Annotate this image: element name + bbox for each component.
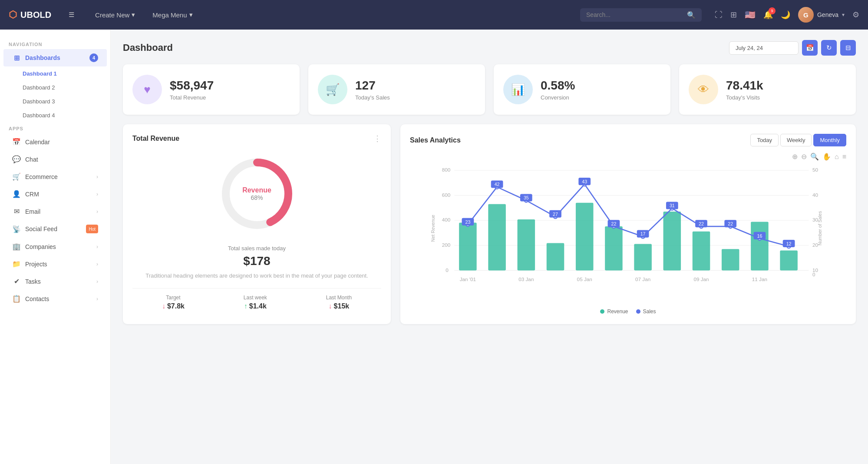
svg-rect-31	[780, 251, 798, 271]
sidebar-item-socialfeed[interactable]: 📡 Social Feed Hot	[3, 220, 107, 238]
sidebar-item-dashboard2[interactable]: Dashboard 2	[3, 81, 107, 94]
svg-rect-30	[751, 222, 769, 270]
conversion-label: Conversion	[541, 94, 575, 101]
svg-rect-24	[576, 203, 594, 271]
zoom-in-btn[interactable]: ⊕	[792, 152, 798, 161]
sales-legend-label: Sales	[643, 308, 656, 315]
hamburger-button[interactable]: ☰	[64, 8, 79, 21]
stat-card-revenue: ♥ $58,947 Total Revenue	[123, 64, 300, 115]
filter-btn[interactable]: ⊟	[840, 40, 856, 56]
svg-text:22: 22	[728, 221, 733, 226]
zoom-out-btn[interactable]: ⊖	[801, 152, 807, 161]
svg-text:09 Jan: 09 Jan	[693, 276, 709, 282]
sidebar-item-companies[interactable]: 🏢 Companies ›	[3, 238, 107, 255]
svg-text:16: 16	[757, 233, 762, 239]
sales-icon-circle: 🛒	[318, 75, 347, 104]
sidebar-item-ecommerce[interactable]: 🛒 Ecommerce ›	[3, 168, 107, 185]
settings-button[interactable]: ⚙	[852, 10, 859, 20]
home-btn[interactable]: ⌂	[835, 152, 839, 161]
svg-text:40: 40	[812, 192, 818, 198]
grid-button[interactable]: ⊞	[730, 10, 737, 20]
analytics-title: Sales Analytics	[410, 136, 461, 144]
search-input[interactable]	[586, 11, 683, 18]
sidebar-item-calendar[interactable]: 📅 Calendar	[3, 133, 107, 150]
sidebar-item-email[interactable]: ✉ Email ›	[3, 203, 107, 220]
dashboards-icon: ⊞	[12, 54, 21, 62]
legend-revenue: Revenue	[600, 308, 628, 315]
svg-text:12: 12	[786, 241, 792, 246]
svg-text:600: 600	[442, 192, 451, 198]
user-menu[interactable]: G Geneva ▾	[798, 7, 845, 23]
sidebar-item-dashboards[interactable]: ⊞ Dashboards 4	[3, 49, 107, 66]
sidebar-item-chat[interactable]: 💬 Chat	[3, 151, 107, 168]
tab-monthly[interactable]: Monthly	[813, 134, 846, 146]
sidebar-item-dashboard4[interactable]: Dashboard 4	[3, 109, 107, 122]
chat-icon: 💬	[12, 155, 21, 163]
companies-icon: 🏢	[12, 242, 21, 251]
search-bar[interactable]: 🔍	[580, 8, 702, 22]
svg-text:42: 42	[495, 182, 500, 187]
svg-text:800: 800	[442, 167, 451, 172]
chevron-down-icon: ▾	[189, 11, 193, 19]
menu-chart-btn[interactable]: ≡	[842, 152, 846, 161]
svg-rect-28	[693, 232, 710, 271]
sidebar-item-dashboard1[interactable]: Dashboard 1	[3, 67, 107, 80]
svg-text:11 Jan: 11 Jan	[752, 276, 767, 282]
sidebar-item-contacts[interactable]: 📋 Contacts ›	[3, 290, 107, 307]
darkmode-button[interactable]: 🌙	[781, 10, 790, 20]
brand-name: UBOLD	[20, 10, 51, 20]
sidebar-label-dashboards: Dashboards	[25, 54, 60, 61]
lastmonth-label: Last Month	[326, 295, 352, 301]
svg-text:03 Jan: 03 Jan	[518, 276, 534, 282]
revenue-legend-label: Revenue	[607, 308, 628, 315]
sales-value: 127	[355, 79, 390, 93]
user-chevron-icon: ▾	[842, 12, 845, 18]
target-value: ↓$7.8k	[162, 302, 185, 310]
svg-rect-27	[663, 212, 681, 270]
tab-today[interactable]: Today	[750, 134, 779, 146]
svg-text:22: 22	[699, 221, 704, 226]
revenue-menu-icon[interactable]: ⋮	[373, 134, 381, 143]
target-stat: Target ↓$7.8k	[162, 295, 185, 310]
svg-text:0: 0	[812, 272, 815, 277]
donut-center: Revenue 68%	[242, 186, 271, 201]
pan-btn[interactable]: ✋	[822, 152, 831, 161]
mega-menu-button[interactable]: Mega Menu ▾	[148, 8, 197, 21]
chevron-right-icon: ›	[96, 296, 98, 302]
svg-rect-21	[488, 204, 506, 271]
lower-row: Total Revenue ⋮ Revenue 68%	[123, 124, 856, 324]
notification-button[interactable]: 🔔 9	[763, 10, 773, 20]
date-input[interactable]	[729, 41, 799, 55]
search-chart-btn[interactable]: 🔍	[810, 152, 819, 161]
sidebar-label-projects: Projects	[25, 261, 47, 268]
hot-badge: Hot	[86, 225, 98, 233]
svg-text:07 Jan: 07 Jan	[635, 276, 650, 282]
svg-rect-29	[722, 249, 739, 270]
up-arrow-icon: ↑	[244, 302, 248, 310]
sidebar-item-tasks[interactable]: ✔ Tasks ›	[3, 273, 107, 290]
avatar: G	[798, 7, 814, 23]
sidebar-item-projects[interactable]: 📁 Projects ›	[3, 255, 107, 272]
svg-text:22: 22	[611, 221, 617, 226]
tab-weekly[interactable]: Weekly	[780, 134, 812, 146]
calendar-btn[interactable]: 📅	[802, 40, 818, 56]
sidebar-label-chat: Chat	[25, 156, 38, 163]
sidebar: NAVIGATION ⊞ Dashboards 4 Dashboard 1 Da…	[0, 30, 111, 464]
refresh-btn[interactable]: ↻	[821, 40, 837, 56]
revenue-value: $58,947	[170, 79, 214, 93]
sales-chart: 800 600 400 200 0 50 40 30 20 10 0 Net R…	[410, 163, 846, 302]
create-new-button[interactable]: Create New ▾	[91, 8, 139, 21]
sales-info: 127 Today's Sales	[355, 79, 390, 101]
sidebar-item-dashboard3[interactable]: Dashboard 3	[3, 95, 107, 108]
fullscreen-button[interactable]: ⛶	[715, 10, 723, 20]
nav-icons: ⛶ ⊞ 🇺🇸 🔔 9 🌙 G Geneva ▾ ⚙	[715, 7, 859, 23]
language-button[interactable]: 🇺🇸	[745, 10, 756, 20]
revenue-icon-circle: ♥	[132, 75, 162, 104]
ecommerce-icon: 🛒	[12, 172, 21, 181]
logo-icon: ⬡	[9, 9, 17, 20]
apps-section-label: APPS	[0, 123, 110, 133]
chart-area: 800 600 400 200 0 50 40 30 20 10 0 Net R…	[410, 163, 846, 304]
date-filter: 📅 ↻ ⊟	[729, 40, 856, 56]
revenue-desc: Traditional heading elements are designe…	[132, 272, 381, 280]
sidebar-item-crm[interactable]: 👤 CRM ›	[3, 186, 107, 202]
